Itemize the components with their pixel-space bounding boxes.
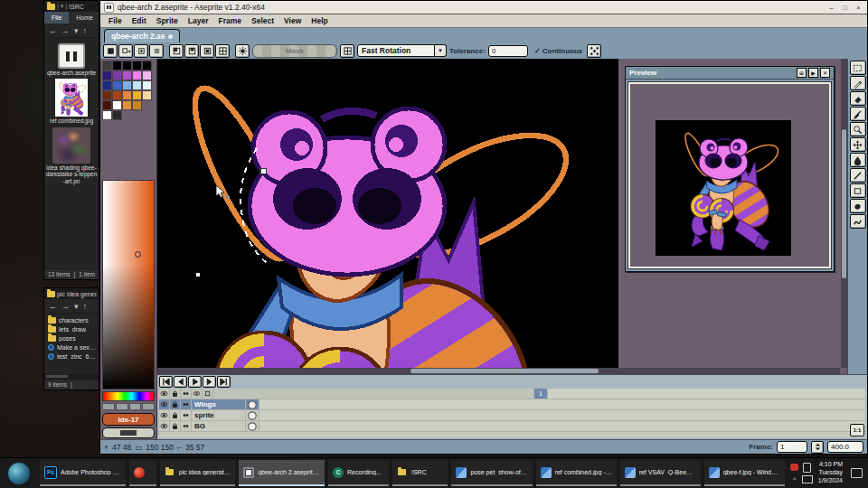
explorer2-hscrollbar[interactable]	[44, 374, 99, 379]
sprite-canvas[interactable]: Preview ⊞ ▶ ✕	[157, 59, 847, 374]
palette-swatch-18[interactable]	[132, 90, 142, 100]
palette-swatch-23[interactable]	[132, 100, 142, 110]
menu-layer[interactable]: Layer	[184, 16, 213, 25]
palette-swatch-21[interactable]	[112, 100, 122, 110]
rectangle-tool[interactable]	[850, 183, 866, 198]
task-pose-pet[interactable]: pose pet_show-off_fa...	[451, 460, 532, 486]
dropdown-icon[interactable]: ▾	[74, 302, 79, 311]
tray-chevron-icon[interactable]: ^	[793, 475, 797, 483]
pencil-tool[interactable]	[850, 76, 866, 90]
layer-name[interactable]: BG	[192, 421, 245, 431]
layer-row-bg[interactable]: BG	[159, 421, 865, 432]
onion-icon[interactable]	[192, 389, 203, 399]
action-center-icon[interactable]	[851, 468, 863, 478]
cel-indicator[interactable]	[245, 410, 259, 420]
file-item[interactable]: lets_draw	[44, 324, 99, 333]
layer-name[interactable]: Wings	[192, 399, 245, 409]
maximize-button[interactable]: □	[840, 3, 850, 12]
task-pinned-orb[interactable]	[129, 460, 156, 486]
linkdots-icon[interactable]	[181, 410, 192, 420]
eye-icon[interactable]	[159, 410, 170, 420]
linkdots-icon[interactable]	[181, 399, 192, 409]
saturation-value-picker[interactable]	[102, 180, 155, 389]
forward-icon[interactable]: →	[61, 26, 70, 35]
task-pic-idea-folder[interactable]: pic idea generator 2	[160, 460, 236, 486]
palette-swatch-7[interactable]	[122, 70, 132, 80]
first-frame-button[interactable]	[159, 376, 173, 388]
pivot-grid-button[interactable]	[215, 44, 230, 58]
explorer1-titlebar[interactable]: | ▾ | !SRC	[44, 1, 99, 12]
pivot-center-button[interactable]	[200, 44, 214, 58]
palette-swatch-0[interactable]	[102, 61, 112, 70]
prev-frame-button[interactable]	[174, 376, 187, 388]
transparent-color-control[interactable]: Mask	[252, 44, 337, 58]
menu-select[interactable]: Select	[247, 16, 278, 25]
back-icon[interactable]: ←	[49, 302, 57, 311]
marquee-tool[interactable]	[850, 61, 866, 75]
jumble-tool[interactable]	[850, 214, 866, 229]
color-options-control[interactable]	[102, 427, 155, 438]
palette-swatch-14[interactable]	[142, 80, 152, 90]
palette-swatch-1[interactable]	[112, 61, 122, 70]
frame-header-1[interactable]: 1	[533, 389, 548, 399]
eye-icon[interactable]	[159, 389, 170, 399]
palette-swatch-19[interactable]	[142, 90, 152, 100]
zoom-input[interactable]: 400.0	[827, 441, 863, 453]
lock-icon[interactable]	[170, 389, 181, 399]
canvas-hscrollbar[interactable]	[157, 368, 840, 374]
sprite-tab[interactable]: qbee-arch 2.as	[104, 29, 180, 42]
grid-settings-button[interactable]	[340, 44, 354, 58]
canvas-vscrollbar[interactable]	[841, 59, 847, 368]
eraser-tool[interactable]	[850, 91, 866, 106]
lock-icon[interactable]	[170, 421, 181, 431]
lock-icon[interactable]	[170, 410, 181, 420]
menu-file[interactable]: File	[104, 16, 127, 25]
preview-close-button[interactable]: ✕	[820, 68, 830, 78]
usb-device-icon[interactable]	[803, 463, 811, 473]
palette-swatch-5[interactable]	[102, 70, 112, 80]
tray-app-icon[interactable]	[790, 464, 798, 471]
minimize-button[interactable]: –	[826, 3, 836, 12]
linkdots-icon[interactable]	[181, 389, 192, 399]
menu-sprite[interactable]: Sprite	[152, 16, 183, 25]
palette-swatch-15[interactable]	[102, 90, 112, 100]
pivot-topleft-button[interactable]	[169, 44, 184, 58]
file-item[interactable]: characters	[44, 315, 99, 324]
palette-swatch-2[interactable]	[122, 61, 132, 70]
menu-view[interactable]: View	[279, 16, 306, 25]
back-icon[interactable]: ←	[49, 26, 57, 35]
palette-index-button[interactable]: Idx-17	[102, 413, 155, 426]
palette-swatch-6[interactable]	[112, 70, 122, 80]
layer-name[interactable]: sprite	[192, 410, 245, 420]
tolerance-input[interactable]: 0	[488, 45, 528, 57]
task-ref-combined[interactable]: ref combined.jpg - W...	[536, 460, 617, 486]
palette-swatch-10[interactable]	[102, 80, 112, 90]
palette-swatch-8[interactable]	[132, 70, 142, 80]
line-tool[interactable]	[850, 168, 866, 183]
file-item[interactable]: Make a sexy pic.e	[44, 343, 99, 352]
ribbon-tab-home[interactable]: Home	[69, 12, 100, 23]
file-item[interactable]: poses	[44, 333, 99, 343]
pivot-top-button[interactable]	[184, 44, 199, 58]
display-icon[interactable]	[802, 475, 813, 483]
layer-row-wings[interactable]: Wings	[159, 399, 865, 410]
rotation-algorithm-dropdown[interactable]: Fast Rotation ▼	[357, 44, 447, 57]
palette-swatch-4[interactable]	[142, 61, 152, 70]
selection-add-button[interactable]	[118, 44, 133, 58]
task-recording[interactable]: CRecording...	[328, 460, 389, 486]
timeline-zoom-button[interactable]: 1:1	[850, 424, 864, 436]
palette-swatch-12[interactable]	[122, 80, 132, 90]
contour-tool[interactable]	[850, 199, 866, 213]
file-item[interactable]: test_zinc_640x480	[44, 352, 99, 361]
frame-stepper-button[interactable]	[811, 441, 824, 454]
hue-slider[interactable]	[102, 391, 155, 401]
pivot-selector-button[interactable]	[587, 44, 601, 58]
palette-swatch-11[interactable]	[112, 80, 122, 90]
menu-help[interactable]: Help	[307, 16, 332, 25]
menu-frame[interactable]: Frame	[214, 16, 247, 25]
preview-titlebar[interactable]: Preview ⊞ ▶ ✕	[626, 67, 834, 80]
task-ref-vsav[interactable]: ref VSAV_Q-Bee_Art.p...	[620, 460, 701, 486]
task-src-folder[interactable]: !SRC	[392, 460, 448, 486]
preview-play-button[interactable]: ▶	[808, 68, 818, 78]
file-item[interactable]: idea shading qbee-darkstalke s-teppen-ar…	[45, 127, 98, 184]
